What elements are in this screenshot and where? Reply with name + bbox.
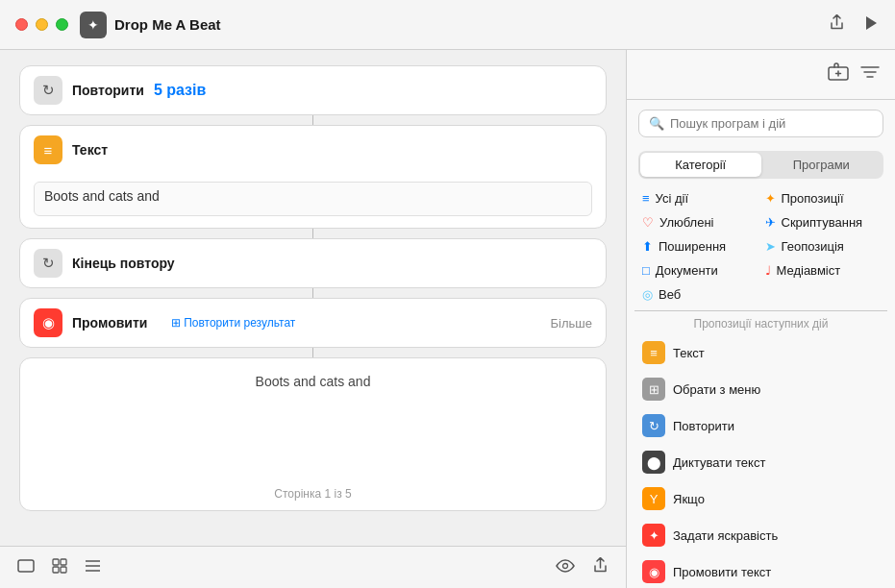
suggestion-label: Якщо [673,492,705,506]
repeat-icon: ↻ [34,76,62,105]
bottom-left-tools [15,556,103,579]
cat-label: Медіавміст [777,263,841,278]
suggestion-choose-icon: ⊞ [642,378,665,401]
app-title: Drop Me A Beat [114,16,827,33]
cat-label: Улюблені [659,215,713,230]
filter-button[interactable] [860,64,880,85]
speak-icon: ◉ [34,308,62,337]
connector-4 [312,348,313,357]
share-button[interactable] [827,12,847,37]
suggestion-text[interactable]: ≡ Текст [634,334,887,371]
svg-point-8 [563,563,568,568]
bottom-toolbar [0,546,626,588]
text-icon: ≡ [34,135,62,164]
minimize-button[interactable] [36,18,48,31]
category-suggestions[interactable]: ✦ Пропозиції [761,186,884,210]
text-block[interactable]: ≡ Текст Boots and cats and [19,125,607,229]
category-all-actions[interactable]: ≡ Усі дії [638,186,761,210]
speak-block[interactable]: ◉ Промовити ⊞ Повторити результат Більше [19,298,607,348]
export-button[interactable] [590,555,610,579]
cat-label: Пропозиції [782,191,844,206]
text-content[interactable]: Boots and cats and [34,182,592,216]
right-panel: 🔍 Категорії Програми ≡ Усі дії ✦ Пропози… [626,50,895,588]
category-favorites[interactable]: ♡ Улюблені [638,210,761,234]
suggestion-speak[interactable]: ◉ Промовити текст [634,553,887,588]
workflow-area: ↻ Повторити 5 разів ≡ Текст Boots and ca… [0,50,626,546]
end-repeat-icon: ↻ [34,249,62,278]
connector-3 [312,288,313,298]
cat-label: Документи [656,263,718,278]
suggestion-label: Промовити текст [673,565,771,579]
svg-rect-2 [61,559,66,565]
traffic-lights [15,18,68,31]
end-repeat-label: Кінець повтору [72,256,175,271]
repeat-highlight[interactable]: 5 разів [154,82,206,99]
repeat-label: Повторити [72,83,144,98]
end-repeat-block[interactable]: ↻ Кінець повтору [19,238,607,288]
categories-grid: ≡ Усі дії ✦ Пропозиції ♡ Улюблені ✈ Скри… [638,186,883,306]
suggestion-label: Повторити [673,419,734,433]
suggestion-choose[interactable]: ⊞ Обрати з меню [634,371,887,407]
tab-categories[interactable]: Категорії [640,153,761,177]
left-panel: ↻ Повторити 5 разів ≡ Текст Boots and ca… [0,50,626,588]
cat-label: Скриптування [782,215,863,230]
suggestion-dictate-icon: ⬤ [642,451,665,474]
speak-badge[interactable]: ⊞ Повторити результат [171,316,295,330]
panel-tabs: Категорії Програми [638,151,883,179]
suggestion-repeat[interactable]: ↻ Повторити [634,407,887,444]
suggestion-text-icon: ≡ [642,341,665,364]
category-web[interactable]: ◎ Веб [638,282,761,306]
suggestion-label: Текст [673,346,705,360]
speak-label: Промовити [72,315,147,331]
bottom-right-tools [554,555,610,579]
scripting-icon: ✈ [765,215,776,230]
tab-apps[interactable]: Програми [761,153,883,177]
fullscreen-button[interactable] [56,18,68,31]
output-box: Boots and cats and Сторінка 1 із 5 [19,357,607,511]
speak-more[interactable]: Більше [551,316,592,331]
search-input[interactable] [670,116,873,131]
location-icon: ➤ [765,239,776,254]
web-icon: ◎ [642,287,653,302]
play-button[interactable] [862,13,880,37]
svg-rect-1 [53,559,59,565]
category-documents[interactable]: □ Документи [638,258,761,282]
suggestion-brightness-icon: ✦ [642,524,665,547]
view-single-button[interactable] [15,556,37,579]
suggestion-if[interactable]: Y Якщо [634,480,887,517]
cat-label: Поширення [659,239,726,254]
text-label: Текст [72,142,108,158]
category-location[interactable]: ➤ Геопозиція [761,234,884,258]
suggestion-dictate[interactable]: ⬤ Диктувати текст [634,444,887,480]
app-icon: ✦ [80,12,107,38]
suggestion-repeat-icon: ↻ [642,414,665,437]
right-toolbar [627,50,895,100]
svg-rect-3 [53,567,59,573]
svg-rect-0 [18,560,34,572]
suggestions-list: ≡ Текст ⊞ Обрати з меню ↻ Повторити ⬤ Ди… [627,334,895,588]
category-share[interactable]: ⬆ Поширення [638,234,761,258]
category-scripting[interactable]: ✈ Скриптування [761,210,884,234]
page-indicator: Сторінка 1 із 5 [274,487,351,501]
view-list-button[interactable] [83,556,103,579]
search-icon: 🔍 [649,116,664,131]
close-button[interactable] [15,18,28,31]
suggestion-label: Обрати з меню [673,382,760,397]
all-actions-icon: ≡ [642,191,650,206]
eye-button[interactable] [554,555,577,579]
view-grid-button[interactable] [50,556,69,579]
connector-2 [312,229,313,238]
repeat-block[interactable]: ↻ Повторити 5 разів [19,65,607,115]
suggestion-if-icon: Y [642,487,665,510]
add-to-dock-button[interactable] [828,62,849,86]
main-content: ↻ Повторити 5 разів ≡ Текст Boots and ca… [0,50,895,588]
cat-label: Геопозиція [782,239,844,254]
suggestion-brightness[interactable]: ✦ Задати яскравість [634,517,887,553]
search-bar[interactable]: 🔍 [638,110,883,137]
suggestion-speak-icon: ◉ [642,560,665,583]
share-icon: ⬆ [642,239,653,254]
output-text: Boots and cats and [256,374,371,389]
category-media[interactable]: ♩ Медіавміст [761,258,884,282]
connector-1 [312,115,313,125]
titlebar: ✦ Drop Me A Beat [0,0,895,50]
